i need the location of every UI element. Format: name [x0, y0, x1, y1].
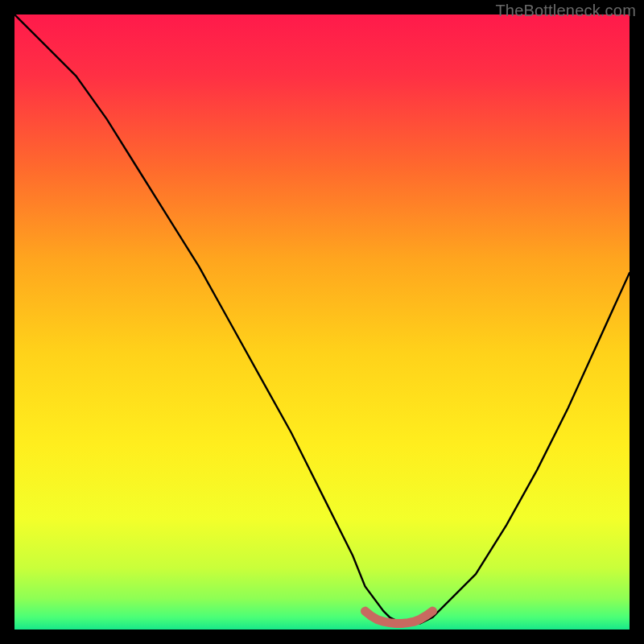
watermark-text: TheBottleneck.com: [495, 2, 636, 20]
curve-layer: [14, 14, 630, 630]
bottleneck-curve: [14, 14, 630, 623]
plot-area: [14, 14, 630, 630]
chart-frame: TheBottleneck.com: [0, 0, 644, 644]
optimal-marker: [365, 611, 433, 623]
